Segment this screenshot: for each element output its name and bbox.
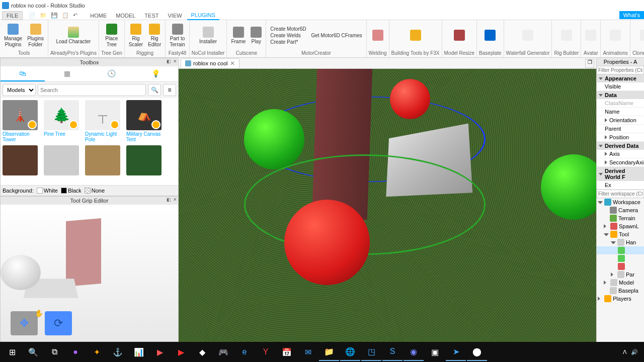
asset-item[interactable]	[85, 145, 123, 176]
taskbar-app[interactable]: ✉	[298, 343, 318, 361]
tab-close-icon[interactable]: ✕	[230, 60, 235, 67]
tree-spawn[interactable]: SpawnL	[597, 222, 644, 230]
building-tools-button[interactable]	[408, 29, 423, 43]
menu-plugins[interactable]: PLUGINS	[187, 11, 219, 20]
taskbar-app[interactable]: 📊	[129, 343, 149, 361]
bg-black-option[interactable]: Black	[61, 188, 82, 194]
copy-icon[interactable]: 📋	[62, 12, 69, 19]
installer-button[interactable]: Installer	[197, 26, 219, 46]
get-cframes-link[interactable]: Get Motor6D CFrames	[311, 33, 362, 38]
toolbox-tab-marketplace[interactable]: 🛍	[1, 66, 45, 81]
toolbox-tab-recent[interactable]: 🕓	[90, 66, 134, 81]
play-button[interactable]: Play	[249, 26, 264, 46]
tool-grip-viewport[interactable]: ✥ ⟳ ✋	[1, 205, 178, 341]
toolbox-tab-creations[interactable]: 💡	[134, 66, 178, 81]
start-button[interactable]: ⊞	[2, 343, 22, 361]
pin-icon[interactable]: ◧	[167, 197, 171, 202]
explorer-filter-input[interactable]	[597, 190, 644, 198]
tree-handle[interactable]: Han	[597, 238, 644, 246]
section-appearance[interactable]: Appearance	[597, 74, 644, 82]
plugins-folder-button[interactable]: Plugins Folder	[25, 23, 46, 49]
tree-baseplate[interactable]: Basepla	[597, 287, 644, 295]
prop-parent[interactable]: Parent	[597, 125, 644, 133]
tray-volume-icon[interactable]: 🔊	[631, 349, 638, 355]
taskbar-app[interactable]: ✦	[87, 343, 107, 361]
create-motor-link[interactable]: Create Motor6D	[270, 26, 306, 32]
asset-item[interactable]: 🌲Pine Tree	[44, 100, 82, 142]
asset-item[interactable]	[3, 145, 41, 176]
prop-secondary-axis[interactable]: SecondaryAxis	[597, 158, 644, 167]
menu-view[interactable]: VIEW	[164, 12, 186, 20]
part-terrain-button[interactable]: Part to Terrain	[168, 23, 187, 49]
undo-icon[interactable]: ↶	[73, 12, 80, 19]
taskbar-discord[interactable]: ◉	[404, 343, 424, 361]
bg-white-option[interactable]: White	[37, 188, 58, 194]
toolbox-search-input[interactable]	[38, 84, 146, 96]
taskbar-app[interactable]: Y	[256, 343, 276, 361]
toolbox-grid[interactable]: 🗼Observation Tower 🌲Pine Tree ┬Dynamic L…	[1, 98, 178, 185]
search-button[interactable]: 🔍	[148, 84, 161, 96]
model-resize-button[interactable]	[452, 29, 467, 43]
move-tool-button[interactable]: ✥	[11, 311, 38, 335]
section-derived[interactable]: Derived Data	[597, 142, 644, 150]
restore-window-icon[interactable]: ❐	[585, 59, 594, 68]
3d-viewport[interactable]	[179, 69, 596, 342]
rotate-tool-button[interactable]: ⟳	[45, 311, 72, 335]
place-tree-button[interactable]: Place Tree	[101, 23, 122, 49]
tree-camera[interactable]: Camera	[597, 206, 644, 214]
frame-button[interactable]: Frame	[229, 26, 248, 46]
taskbar-app[interactable]: 🎮	[213, 343, 233, 361]
tray-chevron-icon[interactable]: ᐱ	[623, 349, 627, 355]
taskbar-app[interactable]: ⚓	[108, 343, 128, 361]
avatar-button[interactable]	[583, 29, 598, 43]
system-tray[interactable]: ᐱ 🔊	[623, 349, 642, 355]
whats-new-button[interactable]: What's	[619, 11, 644, 19]
section-data[interactable]: Data	[597, 91, 644, 99]
tree-item[interactable]	[597, 262, 644, 270]
clonetroop-button[interactable]	[638, 29, 644, 43]
animations-button[interactable]	[608, 29, 623, 43]
prop-name[interactable]: Name	[597, 108, 644, 116]
tree-item[interactable]	[597, 254, 644, 262]
tree-tool[interactable]: Tool	[597, 230, 644, 238]
asset-item[interactable]	[44, 145, 82, 176]
rig-scaler-button[interactable]: Rig Scaler	[127, 23, 145, 49]
section-derived-world[interactable]: Derived World F	[597, 167, 644, 181]
properties-filter-input[interactable]	[597, 66, 644, 74]
rig-editor-button[interactable]: Rig Editor	[146, 23, 163, 49]
taskbar-app[interactable]: ◆	[192, 343, 212, 361]
create-welds-link[interactable]: Create Welds	[270, 33, 306, 38]
prop-orientation[interactable]: Orientation	[597, 116, 644, 125]
tree-players[interactable]: Players	[597, 295, 644, 303]
filter-button[interactable]: ≡	[163, 84, 176, 96]
asset-item[interactable]: ┬Dynamic Light Pole	[85, 100, 123, 142]
taskbar-app[interactable]: ▶	[150, 343, 170, 361]
asset-item[interactable]: ⛺Military Canvas Tent	[126, 100, 165, 142]
open-icon[interactable]: 📁	[40, 12, 47, 19]
toolbox-tab-inventory[interactable]: ▦	[45, 66, 89, 81]
task-view-icon[interactable]: ⧉	[44, 343, 64, 361]
menu-test[interactable]: TEST	[140, 12, 163, 20]
prop-position[interactable]: Position	[597, 133, 644, 142]
menu-model[interactable]: MODEL	[112, 12, 139, 20]
tree-workspace[interactable]: Workspace	[597, 198, 644, 206]
manage-plugins-button[interactable]: Manage Plugins	[2, 23, 24, 49]
pin-icon[interactable]: ◧	[167, 59, 171, 64]
load-character-button[interactable]: Load Character	[54, 26, 93, 46]
close-icon[interactable]: ✕	[173, 59, 177, 64]
prop-ex[interactable]: Ex	[597, 181, 644, 190]
asset-item[interactable]	[126, 145, 165, 176]
taskbar-app[interactable]: ▶	[171, 343, 191, 361]
baseplate-button[interactable]	[482, 29, 498, 43]
bg-none-option[interactable]: None	[85, 188, 105, 194]
tree-model[interactable]: Model	[597, 279, 644, 287]
taskbar-app[interactable]: ➤	[446, 343, 466, 361]
tree-attachment[interactable]	[597, 246, 644, 254]
taskbar-chrome[interactable]: 🌐	[340, 343, 360, 361]
taskbar-edge[interactable]: e	[234, 343, 255, 361]
toolbox-category-select[interactable]: Models	[3, 84, 36, 96]
taskbar-explorer[interactable]: 📁	[319, 343, 339, 361]
create-part-link[interactable]: Create Part*	[270, 39, 306, 45]
prop-visible[interactable]: Visible	[597, 82, 644, 91]
rig-builder-button[interactable]	[559, 29, 574, 43]
